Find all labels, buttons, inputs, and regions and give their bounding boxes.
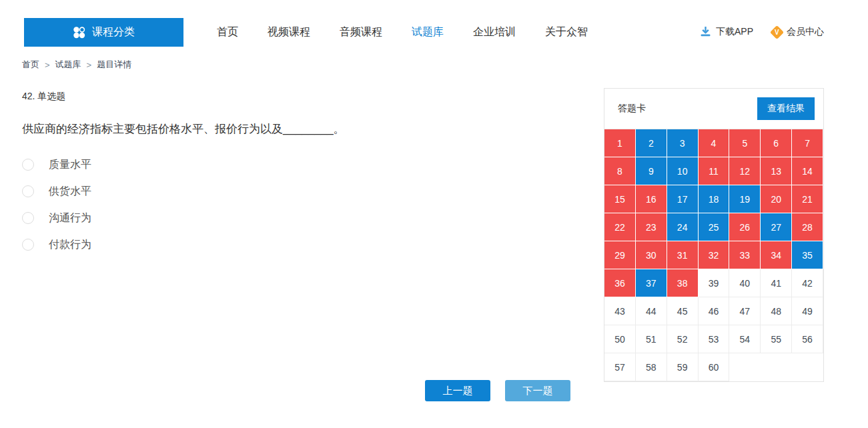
option-label: 质量水平 xyxy=(49,158,91,172)
answer-cell-58[interactable]: 58 xyxy=(636,353,667,381)
option-4[interactable]: 付款行为 xyxy=(22,231,580,258)
nav-item-5[interactable]: 企业培训 xyxy=(473,25,516,39)
answer-cell-55[interactable]: 55 xyxy=(761,325,792,353)
answer-cell-53[interactable]: 53 xyxy=(699,325,730,353)
answer-cell-43[interactable]: 43 xyxy=(604,297,636,325)
answer-cell-20[interactable]: 20 xyxy=(761,185,792,213)
option-1[interactable]: 质量水平 xyxy=(22,151,580,178)
answer-cell-33[interactable]: 33 xyxy=(729,241,761,269)
answer-cell-40[interactable]: 40 xyxy=(729,269,761,297)
radio-icon[interactable] xyxy=(22,212,34,224)
answer-card-title: 答题卡 xyxy=(618,103,646,115)
answer-cell-45[interactable]: 45 xyxy=(667,297,699,325)
option-3[interactable]: 沟通行为 xyxy=(22,205,580,231)
category-grid-icon xyxy=(73,26,85,39)
member-center-link[interactable]: V 会员中心 xyxy=(772,26,824,38)
answer-cell-21[interactable]: 21 xyxy=(792,185,823,213)
answer-cell-60[interactable]: 60 xyxy=(699,353,730,381)
answer-grid: 1234567891011121314151617181920212223242… xyxy=(604,129,823,381)
course-category-label: 课程分类 xyxy=(92,25,135,39)
breadcrumb: 首页>试题库>题目详情 xyxy=(0,47,868,71)
download-app-label: 下载APP xyxy=(716,26,753,38)
answer-cell-3[interactable]: 3 xyxy=(667,129,699,157)
answer-cell-41[interactable]: 41 xyxy=(761,269,792,297)
answer-cell-23[interactable]: 23 xyxy=(636,213,667,241)
option-label: 供货水平 xyxy=(49,185,91,199)
answer-cell-46[interactable]: 46 xyxy=(699,297,730,325)
answer-cell-5[interactable]: 5 xyxy=(729,129,761,157)
main-nav: 首页视频课程音频课程试题库企业培训关于众智 xyxy=(217,25,588,39)
answer-cell-8[interactable]: 8 xyxy=(604,157,636,185)
answer-cell-52[interactable]: 52 xyxy=(667,325,699,353)
answer-cell-14[interactable]: 14 xyxy=(792,157,823,185)
option-label: 付款行为 xyxy=(49,238,91,252)
course-category-button[interactable]: 课程分类 xyxy=(24,18,183,47)
answer-cell-11[interactable]: 11 xyxy=(699,157,730,185)
answer-cell-44[interactable]: 44 xyxy=(636,297,667,325)
answer-cell-47[interactable]: 47 xyxy=(729,297,761,325)
answer-cell-36[interactable]: 36 xyxy=(604,269,636,297)
answer-cell-35[interactable]: 35 xyxy=(792,241,823,269)
radio-icon[interactable] xyxy=(22,159,34,171)
nav-item-6[interactable]: 关于众智 xyxy=(545,25,588,39)
answer-cell-25[interactable]: 25 xyxy=(699,213,730,241)
answer-cell-39[interactable]: 39 xyxy=(699,269,730,297)
option-2[interactable]: 供货水平 xyxy=(22,178,580,205)
breadcrumb-item-1[interactable]: 首页 xyxy=(22,59,39,71)
answer-cell-34[interactable]: 34 xyxy=(761,241,792,269)
answer-cell-31[interactable]: 31 xyxy=(667,241,699,269)
answer-cell-27[interactable]: 27 xyxy=(761,213,792,241)
question-panel: 42. 单选题 供应商的经济指标主要包括价格水平、报价行为以及________。… xyxy=(22,88,580,401)
answer-cell-54[interactable]: 54 xyxy=(729,325,761,353)
answer-cell-28[interactable]: 28 xyxy=(792,213,823,241)
download-icon xyxy=(700,26,711,39)
breadcrumb-separator: > xyxy=(45,60,50,70)
answer-cell-9[interactable]: 9 xyxy=(636,157,667,185)
answer-cell-37[interactable]: 37 xyxy=(636,269,667,297)
answer-cell-24[interactable]: 24 xyxy=(667,213,699,241)
answer-cell-19[interactable]: 19 xyxy=(729,185,761,213)
answer-card-header: 答题卡 查看结果 xyxy=(604,89,823,129)
answer-cell-16[interactable]: 16 xyxy=(636,185,667,213)
answer-cell-6[interactable]: 6 xyxy=(761,129,792,157)
answer-cell-30[interactable]: 30 xyxy=(636,241,667,269)
answer-cell-12[interactable]: 12 xyxy=(729,157,761,185)
answer-cell-57[interactable]: 57 xyxy=(604,353,636,381)
nav-item-1[interactable]: 首页 xyxy=(217,25,238,39)
radio-icon[interactable] xyxy=(22,239,34,251)
answer-cell-13[interactable]: 13 xyxy=(761,157,792,185)
answer-cell-22[interactable]: 22 xyxy=(604,213,636,241)
prev-question-button[interactable]: 上一题 xyxy=(425,380,490,401)
nav-item-3[interactable]: 音频课程 xyxy=(340,25,382,39)
breadcrumb-item-3: 题目详情 xyxy=(97,59,131,71)
answer-cell-18[interactable]: 18 xyxy=(699,185,730,213)
answer-cell-48[interactable]: 48 xyxy=(761,297,792,325)
page: 课程分类 首页视频课程音频课程试题库企业培训关于众智 下载APP V 会员中心 … xyxy=(0,0,868,401)
radio-icon[interactable] xyxy=(22,185,34,197)
answer-cell-50[interactable]: 50 xyxy=(604,325,636,353)
answer-cell-17[interactable]: 17 xyxy=(667,185,699,213)
nav-item-4[interactable]: 试题库 xyxy=(412,25,444,39)
nav-item-2[interactable]: 视频课程 xyxy=(268,25,310,39)
answer-cell-59[interactable]: 59 xyxy=(667,353,699,381)
answer-cell-29[interactable]: 29 xyxy=(604,241,636,269)
answer-cell-2[interactable]: 2 xyxy=(636,129,667,157)
download-app-link[interactable]: 下载APP xyxy=(700,26,753,39)
answer-cell-15[interactable]: 15 xyxy=(604,185,636,213)
answer-cell-1[interactable]: 1 xyxy=(604,129,636,157)
answer-cell-10[interactable]: 10 xyxy=(667,157,699,185)
answer-cell-56[interactable]: 56 xyxy=(792,325,823,353)
breadcrumb-item-2[interactable]: 试题库 xyxy=(55,59,81,71)
grid-filler xyxy=(729,353,823,381)
answer-cell-42[interactable]: 42 xyxy=(792,269,823,297)
answer-cell-38[interactable]: 38 xyxy=(667,269,699,297)
answer-cell-32[interactable]: 32 xyxy=(699,241,730,269)
view-result-button[interactable]: 查看结果 xyxy=(757,97,815,120)
question-nav-buttons: 上一题 下一题 xyxy=(22,380,580,401)
answer-cell-4[interactable]: 4 xyxy=(699,129,730,157)
answer-cell-49[interactable]: 49 xyxy=(792,297,823,325)
answer-cell-7[interactable]: 7 xyxy=(792,129,823,157)
answer-cell-51[interactable]: 51 xyxy=(636,325,667,353)
answer-cell-26[interactable]: 26 xyxy=(729,213,761,241)
next-question-button[interactable]: 下一题 xyxy=(505,380,570,401)
